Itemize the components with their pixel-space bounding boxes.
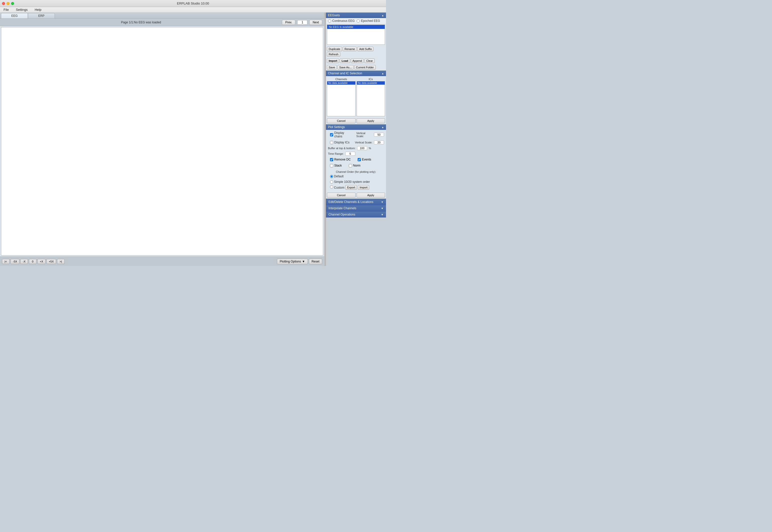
plot-apply-button[interactable]: Apply xyxy=(356,193,385,198)
tab-eeg[interactable]: EEG xyxy=(1,13,28,18)
plot-settings-header[interactable]: Plot Settings ▲ xyxy=(326,124,386,130)
import-channel-order-button[interactable]: Import xyxy=(358,185,369,190)
vertical-scale-label1: Vertical Scale: xyxy=(356,132,372,138)
events-label[interactable]: Events xyxy=(355,157,373,162)
save-button[interactable]: Save xyxy=(327,65,337,70)
time-range-input[interactable] xyxy=(345,152,355,156)
zoom-zero-button[interactable]: 0 xyxy=(29,259,36,264)
menu-settings[interactable]: Settings xyxy=(14,7,29,12)
display-ics-row: Display ICs Vertical Scale: xyxy=(326,139,386,145)
append-button[interactable]: Append xyxy=(351,59,364,63)
remove-dc-checkbox[interactable] xyxy=(330,158,333,161)
edit-delete-channels-item[interactable]: Edit/Delete Channels & Locations ▼ xyxy=(326,199,386,205)
import-button[interactable]: Import xyxy=(327,59,339,63)
dropdown-arrow-icon: ▼ xyxy=(302,260,305,263)
time-range-label: Time Range: xyxy=(328,152,344,155)
norm-checkbox[interactable] xyxy=(349,164,352,167)
edit-channels-dropdown-icon: ▼ xyxy=(381,201,383,203)
channel-apply-button[interactable]: Apply xyxy=(356,118,385,123)
next-button[interactable]: Next xyxy=(309,20,322,25)
ic-list-item[interactable]: No data available xyxy=(357,81,385,85)
eegsets-btn-row3: Save Save As... Current Folder xyxy=(326,64,386,71)
simple1020-radio-label[interactable]: Simple 10/20 system order xyxy=(330,180,370,184)
plotting-options-button[interactable]: Plotting Options ▼ xyxy=(277,259,308,264)
eeg-list-item[interactable]: No EEG is available xyxy=(327,25,385,29)
plot-cancel-apply-row: Cancel Apply xyxy=(326,192,386,199)
menu-help[interactable]: Help xyxy=(33,7,43,12)
traffic-lights[interactable] xyxy=(2,2,14,5)
zoom-plus5x-button[interactable]: +5X xyxy=(46,259,56,264)
reset-button[interactable]: Reset xyxy=(309,259,322,264)
zoom-minus5x-button[interactable]: -5X xyxy=(11,259,19,264)
tab-erp[interactable]: ERP xyxy=(28,13,55,18)
channels-col: Channels No data available xyxy=(327,77,355,116)
channel-cancel-apply-row: Cancel Apply xyxy=(326,117,386,124)
current-folder-button[interactable]: Current Folder xyxy=(354,65,376,70)
eeg-list[interactable]: No EEG is available xyxy=(327,25,385,45)
refresh-button[interactable]: Refresh xyxy=(327,52,340,57)
eegsets-btn-row1: Duplicate Rename Add Suffix Refresh xyxy=(326,46,386,58)
display-chans-label[interactable]: Display chans xyxy=(328,131,353,139)
main-container: EEG ERP Page 1/1:No EEG was loaded Prev.… xyxy=(0,13,386,266)
duplicate-button[interactable]: Duplicate xyxy=(327,47,342,51)
load-button[interactable]: Load xyxy=(340,59,350,63)
display-ics-label[interactable]: Display ICs xyxy=(328,140,351,145)
bottom-toolbar: |< -5X -X 0 +X +5X >| Plotting Options ▼… xyxy=(0,256,324,266)
save-as-button[interactable]: Save As... xyxy=(337,65,353,70)
vertical-scale-input1[interactable] xyxy=(374,133,384,137)
custom-radio-label[interactable]: Custom xyxy=(330,185,344,189)
channel-operations-item[interactable]: Channel Operations ▼ xyxy=(326,211,386,218)
prev-button[interactable]: Prev. xyxy=(282,20,295,25)
menu-bar: File Settings Help xyxy=(0,7,386,13)
channel-section-header[interactable]: Channel and IC Selection ▲ xyxy=(326,71,386,76)
display-ics-checkbox[interactable] xyxy=(330,141,333,144)
default-radio[interactable] xyxy=(330,175,333,178)
buffer-input[interactable] xyxy=(357,146,367,150)
eegsets-collapse-arrow: ▲ xyxy=(381,14,384,17)
continuous-eeg-radio[interactable]: Continuous EEG xyxy=(328,19,354,23)
interpolate-channels-item[interactable]: Interpolate Channels ▼ xyxy=(326,205,386,211)
plot-cancel-button[interactable]: Cancel xyxy=(327,193,355,198)
stack-checkbox[interactable] xyxy=(330,164,333,167)
time-range-row: Time Range: xyxy=(326,151,386,156)
display-chans-row: Display chans Vertical Scale: xyxy=(326,130,386,139)
plot-settings-section: Display chans Vertical Scale: Display IC… xyxy=(326,130,386,199)
buffer-row: Buffer at top & bottom: % xyxy=(326,145,386,151)
default-radio-label[interactable]: Default xyxy=(330,175,343,178)
ics-col-header: ICs xyxy=(356,77,385,81)
first-page-button[interactable]: |< xyxy=(2,259,10,264)
add-suffix-button[interactable]: Add Suffix xyxy=(357,47,373,51)
clear-button[interactable]: Clear xyxy=(364,59,374,63)
norm-label[interactable]: Norm xyxy=(347,163,362,168)
tab-bar: EEG ERP xyxy=(0,13,324,19)
zoom-plusx-button[interactable]: +X xyxy=(37,259,45,264)
channel-section: Channels No data available ICs No data a… xyxy=(326,76,386,124)
minimize-button[interactable] xyxy=(7,2,10,5)
last-page-button[interactable]: >| xyxy=(57,259,65,264)
right-panel: EEGsets ▲ Continuous EEG Epoched EEG No … xyxy=(326,13,386,266)
menu-file[interactable]: File xyxy=(2,7,10,12)
channels-list[interactable]: No data available xyxy=(327,81,355,116)
epoched-eeg-radio[interactable]: Epoched EEG xyxy=(356,19,380,23)
zoom-minusx-button[interactable]: -X xyxy=(20,259,28,264)
export-channel-order-button[interactable]: Export xyxy=(345,185,357,190)
channel-list-item[interactable]: No data available xyxy=(327,81,355,85)
vertical-scale-input2[interactable] xyxy=(374,140,384,144)
custom-radio[interactable] xyxy=(330,185,333,189)
close-button[interactable] xyxy=(2,2,5,5)
app-title: ERPLAB Studio 10.00 xyxy=(177,2,209,5)
channels-col-header: Channels xyxy=(327,77,355,81)
events-checkbox[interactable] xyxy=(357,158,361,161)
maximize-button[interactable] xyxy=(11,2,14,5)
stack-label[interactable]: Stack xyxy=(328,163,344,168)
simple1020-radio[interactable] xyxy=(330,180,333,184)
rename-button[interactable]: Rename xyxy=(343,47,357,51)
remove-dc-label[interactable]: Remove DC xyxy=(328,157,352,162)
page-info: Page 1/1:No EEG was loaded xyxy=(2,21,280,24)
ics-list[interactable]: No data available xyxy=(356,81,385,116)
buffer-unit: % xyxy=(369,147,371,150)
display-chans-checkbox[interactable] xyxy=(330,133,333,136)
channel-cancel-button[interactable]: Cancel xyxy=(327,118,355,123)
eegsets-section-header[interactable]: EEGsets ▲ xyxy=(326,13,386,18)
page-number-input[interactable] xyxy=(297,20,307,25)
